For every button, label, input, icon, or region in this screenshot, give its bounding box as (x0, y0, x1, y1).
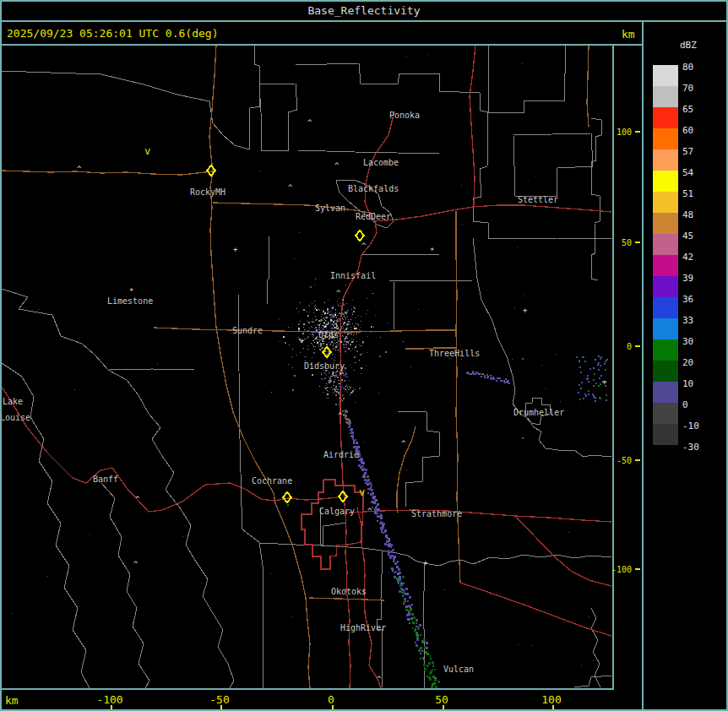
county-boundaries-line (297, 150, 473, 154)
city-label: Olds (318, 330, 339, 339)
city-label: Innisfail (330, 271, 376, 280)
city-label: Lake (3, 397, 23, 406)
colorbar-level-label: 39 (682, 273, 693, 284)
bottom-axis-tick-label: -50 (209, 693, 229, 706)
bottom-axis-tick-mark (111, 705, 112, 710)
colorbar-level-label: 42 (682, 252, 693, 263)
point-symbol: ^ (77, 165, 82, 173)
county-boundaries-line (2, 363, 90, 688)
bottom-axis-tick-label: 0 (328, 693, 334, 706)
county-boundaries-line (267, 236, 269, 304)
roads-red-line (348, 600, 350, 688)
point-symbol: + (602, 377, 607, 386)
point-symbol: ^ (288, 183, 293, 192)
right-axis-tick-label: 0 (611, 342, 632, 351)
city-label: Strathmore (411, 509, 462, 518)
colorbar-swatch (653, 276, 678, 297)
bottom-axis-tick-mark (443, 705, 444, 710)
city-label: Blackfalds (348, 184, 399, 193)
roads-red-line (470, 46, 475, 205)
colorbar-level-label: 51 (682, 188, 693, 199)
city-label: Sylvan (315, 204, 345, 213)
point-symbol: * (430, 247, 434, 255)
colorbar-swatch (653, 424, 678, 445)
point-symbol: + (300, 336, 305, 345)
colorbar-swatch (653, 65, 678, 86)
colorbar-level-label: -30 (682, 442, 699, 453)
right-axis-tick-mark (635, 131, 640, 133)
county-boundaries-line (473, 112, 611, 239)
county-boundaries-line (377, 551, 383, 688)
right-axis-tick-mark (635, 459, 640, 461)
colorbar-swatch (653, 234, 678, 255)
colorbar-level-label: 57 (682, 146, 693, 157)
colorbar-swatch (653, 213, 678, 234)
colorbar-swatch (653, 297, 678, 318)
title-bar: Base_Reflectivity (0, 0, 728, 22)
colorbar-swatch (653, 128, 678, 149)
bottom-axis-tick-mark (552, 705, 554, 710)
radar-site-diamond-icon (207, 166, 215, 176)
county-boundaries-line (2, 289, 234, 688)
point-symbol: ^ (133, 560, 139, 568)
colorbar-swatch (653, 255, 678, 276)
radar-echoes (11, 54, 608, 688)
city-label: Okotoks (331, 587, 367, 596)
county-boundaries-line (388, 280, 473, 281)
right-axis-tick-label: 50 (611, 238, 632, 247)
bottom-axis-tick-label: -100 (96, 693, 122, 706)
roads-brown-line (209, 46, 216, 328)
colorbar-swatch (653, 171, 678, 192)
county-boundaries-line (473, 238, 492, 321)
city-label: HighRiver (340, 623, 386, 632)
city-label: Airdrie (323, 450, 359, 459)
point-symbol: ^ (401, 439, 406, 448)
right-axis-unit-label: km (622, 28, 635, 41)
point-symbol: ^ (307, 118, 312, 127)
bottom-axis-tick-mark (332, 705, 334, 710)
colorbar-swatch (653, 192, 678, 213)
colorbar-swatch (653, 403, 678, 424)
radar-map: ^^^^^^^^^^^^^**+++++vvPonokaLacombeBlack… (0, 46, 612, 688)
city-label: Ponoka (389, 111, 420, 120)
point-symbol: ^ (377, 675, 382, 683)
radar-app-window: Base_Reflectivity 2025/09/23 05:26:01 UT… (0, 0, 728, 711)
city-label: Vulcan (443, 665, 474, 674)
point-symbol: ^ (334, 161, 340, 170)
roads-brown-line (456, 211, 460, 583)
roads-red-line (460, 583, 611, 636)
colorbar-level-label: -10 (682, 421, 699, 431)
county-boundaries-line (492, 321, 611, 457)
colorbar-level-label: 80 (682, 62, 693, 73)
county-boundaries-line (259, 523, 346, 545)
city-label: ThreeHills (429, 349, 480, 358)
bottom-axis-tick-label: 50 (435, 693, 448, 706)
city-label: Cochrane (252, 476, 292, 486)
colorbar-level-label: 45 (682, 231, 693, 242)
colorbar-swatch (653, 339, 678, 361)
roads-red-line (515, 516, 611, 586)
bottom-axis-tick-mark (220, 705, 222, 710)
county-boundaries-line (101, 483, 149, 688)
scan-timestamp: 2025/09/23 05:26:01 UTC 0.6(deg) (7, 27, 218, 40)
roads-brown-line (2, 171, 213, 175)
info-bar: 2025/09/23 05:26:01 UTC 0.6(deg) km (0, 22, 642, 46)
colorbar-swatch (653, 361, 678, 382)
point-symbol: + (523, 306, 528, 314)
city-label: RockyMH (190, 187, 225, 197)
point-symbol: ^ (338, 411, 343, 420)
colorbar-swatch (653, 86, 678, 107)
roads-brown-line (587, 46, 589, 127)
city-label: Sundre (232, 326, 263, 335)
point-symbol: ^ (361, 242, 367, 250)
bottom-axis-tick-label: 100 (541, 693, 561, 706)
right-axis-tick-mark (635, 345, 640, 347)
city-label: Banff (93, 475, 118, 484)
point-symbol: ^ (135, 495, 140, 503)
page-title: Base_Reflectivity (307, 4, 420, 17)
radar-site-diamond-icon (356, 231, 364, 241)
county-boundaries-line (591, 608, 600, 687)
colorbar-level-label: 54 (682, 167, 693, 178)
colorbar-swatch (653, 382, 678, 403)
roads-red-line (361, 543, 381, 688)
